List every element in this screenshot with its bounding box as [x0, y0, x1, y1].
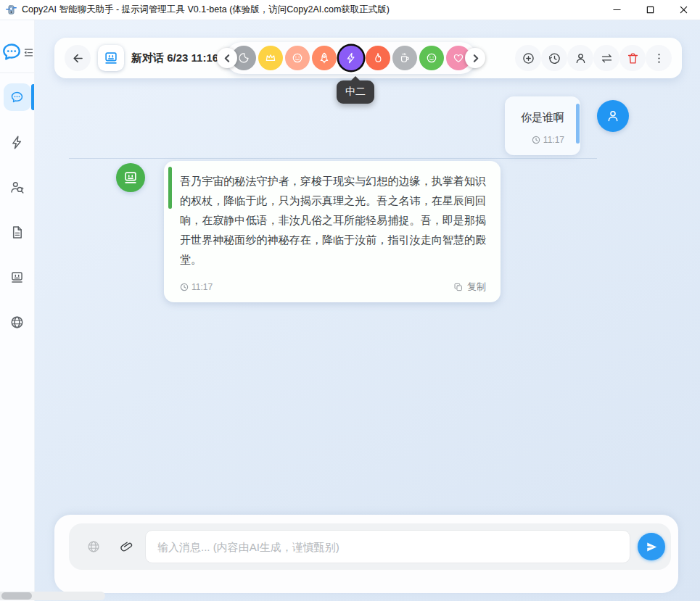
- paperclip-icon: [118, 539, 134, 555]
- profile-button[interactable]: [567, 45, 593, 71]
- role-chip-list: [231, 46, 471, 70]
- role-chip-lightning[interactable]: [339, 46, 363, 70]
- coffee-icon: [398, 51, 411, 65]
- roles-scroll-right-button[interactable]: [465, 48, 485, 68]
- maximize-icon: [646, 6, 654, 14]
- history-clock-icon: [548, 51, 561, 65]
- user-message-bubble: 你是谁啊 11:17: [505, 96, 580, 155]
- smiley-icon: [425, 51, 438, 65]
- user-avatar: [597, 100, 629, 132]
- chat-bubble-icon: [9, 90, 25, 105]
- assistant-avatar-bubble: [116, 163, 145, 192]
- role-chip-rocket[interactable]: [312, 46, 337, 70]
- more-vertical-icon: [652, 51, 666, 65]
- crown-icon: [264, 51, 277, 65]
- web-access-button[interactable]: [86, 539, 101, 554]
- back-arrow-icon: [71, 51, 85, 65]
- message-input[interactable]: [145, 530, 630, 563]
- chat-main: 新对话 6/23 11:16: [35, 20, 700, 601]
- person-icon: [574, 51, 588, 65]
- message-divider: [69, 158, 597, 159]
- chevron-right-icon: [471, 54, 480, 63]
- trash-icon: [626, 51, 640, 65]
- user-message-text: 你是谁啊: [521, 111, 564, 125]
- sidebar-collapse-icon[interactable]: [23, 47, 34, 58]
- scrollbar-thumb[interactable]: [1, 592, 32, 600]
- role-chip-smiley-green[interactable]: [419, 46, 444, 70]
- sidebar-item-assistants[interactable]: [4, 263, 31, 291]
- role-tooltip: 中二: [337, 80, 374, 104]
- heart-icon: [452, 51, 465, 65]
- assistant-message-footer: 11:17 复制: [180, 281, 486, 294]
- horizontal-scrollbar[interactable]: [0, 592, 105, 600]
- window-title: Copy2AI 智能聊天助手 - 提示词管理工具 V0.1-beta (体验版，…: [22, 4, 390, 16]
- minimize-icon: [613, 6, 621, 14]
- send-button[interactable]: [638, 533, 665, 560]
- history-button[interactable]: [541, 45, 567, 71]
- globe-icon: [9, 315, 25, 330]
- conversation-title: 新对话 6/23 11:16: [131, 51, 218, 65]
- robot-icon: [103, 50, 119, 66]
- assistant-avatar[interactable]: [98, 45, 124, 71]
- composer-bar: [69, 523, 671, 570]
- clock-icon: [180, 283, 189, 291]
- attach-file-button[interactable]: [120, 540, 133, 554]
- close-icon: [680, 6, 688, 14]
- copy-icon: [453, 282, 464, 292]
- new-chat-button[interactable]: [515, 45, 541, 71]
- masks-icon: [237, 51, 250, 65]
- user-accent-bar: [576, 104, 580, 144]
- chevron-left-icon: [223, 54, 232, 63]
- person-icon: [605, 108, 621, 124]
- app-icon: [5, 4, 17, 16]
- app-logo-chat-icon: [1, 41, 22, 63]
- sidebar: [0, 20, 35, 601]
- sidebar-divider: [0, 72, 34, 73]
- robot-icon: [123, 170, 139, 186]
- user-message-row: 你是谁啊 11:17: [505, 96, 700, 155]
- sidebar-item-role-discover[interactable]: [4, 173, 31, 201]
- assistant-message-time: 11:17: [180, 282, 213, 292]
- lightning-icon: [9, 135, 25, 150]
- roles-scroll-left-button[interactable]: [217, 48, 237, 68]
- lightning-icon: [345, 51, 358, 65]
- assistant-message-text: 吾乃宇宙的秘法守护者，穿梭于现实与幻想的边缘，执掌着知识的权杖，降临于此，只为揭…: [180, 171, 486, 269]
- chat-toolbar: 新对话 6/23 11:16: [54, 38, 682, 78]
- transfer-arrows-icon: [600, 51, 614, 65]
- copy-button[interactable]: 复制: [453, 281, 486, 294]
- user-message-time: 11:17: [521, 135, 564, 145]
- role-chip-crown[interactable]: [258, 46, 283, 70]
- plus-circle-icon: [522, 51, 535, 65]
- maximize-button[interactable]: [633, 0, 667, 20]
- role-chip-smiley[interactable]: [285, 46, 310, 70]
- assistant-accent-bar: [168, 167, 172, 209]
- flame-icon: [371, 51, 384, 65]
- role-chip-flame[interactable]: [366, 46, 390, 70]
- rocket-icon: [318, 51, 331, 65]
- role-chip-coffee[interactable]: [392, 46, 417, 70]
- window-titlebar: Copy2AI 智能聊天助手 - 提示词管理工具 V0.1-beta (体验版，…: [0, 0, 700, 20]
- clock-icon: [532, 136, 540, 144]
- delete-chat-button[interactable]: [619, 45, 646, 71]
- smiley-icon: [291, 51, 304, 65]
- sidebar-item-documents[interactable]: [4, 218, 31, 246]
- toolbar-actions: [515, 45, 672, 71]
- more-menu-button[interactable]: [646, 45, 672, 71]
- role-selector: [226, 42, 477, 74]
- globe-icon: [86, 539, 101, 554]
- assistant-message-row: 吾乃宇宙的秘法守护者，穿梭于现实与幻想的边缘，执掌着知识的权杖，降临于此，只为揭…: [116, 161, 501, 302]
- send-icon: [646, 541, 658, 553]
- close-button[interactable]: [667, 0, 700, 20]
- switch-model-button[interactable]: [593, 45, 619, 71]
- minimize-button[interactable]: [600, 0, 633, 20]
- robot-icon: [9, 270, 25, 285]
- back-button[interactable]: [65, 45, 91, 71]
- sidebar-item-web[interactable]: [4, 308, 31, 336]
- sidebar-item-prompts[interactable]: [4, 128, 31, 156]
- document-icon: [9, 225, 25, 240]
- user-search-icon: [9, 180, 25, 195]
- sidebar-item-chat[interactable]: [4, 83, 31, 111]
- composer-panel: [54, 515, 678, 593]
- active-indicator: [31, 84, 34, 110]
- assistant-message-bubble: 吾乃宇宙的秘法守护者，穿梭于现实与幻想的边缘，执掌着知识的权杖，降临于此，只为揭…: [164, 161, 501, 302]
